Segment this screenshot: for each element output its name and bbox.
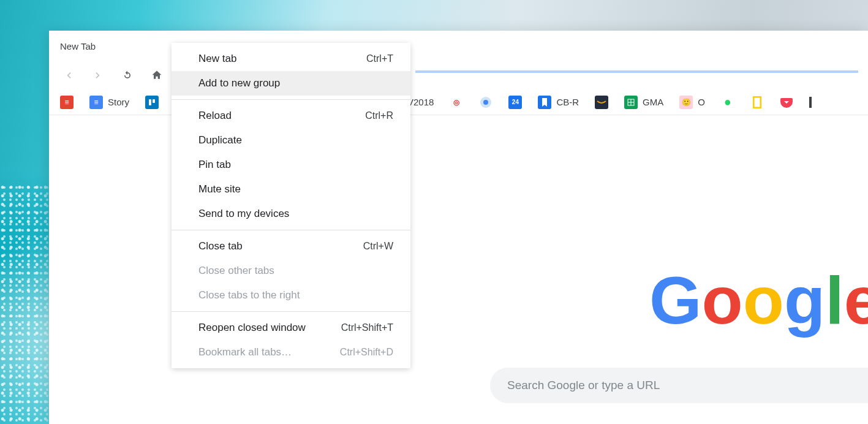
bookmark-o[interactable]: 🙂 O — [679, 96, 705, 109]
bookmark-label: V2018 — [407, 97, 434, 107]
bookmark-label: CB-R — [556, 97, 579, 107]
sheets-icon — [624, 96, 638, 109]
menu-shortcut: Ctrl+W — [363, 241, 393, 252]
whatsapp-icon: ● — [721, 96, 734, 109]
bookmark-story[interactable]: ≡ Story — [89, 96, 129, 109]
natgeo-icon — [750, 96, 764, 109]
arrow-left-icon — [62, 69, 75, 81]
bookmark-chrome[interactable] — [479, 96, 492, 109]
bookmark-v2018[interactable]: V2018 — [407, 97, 434, 107]
menu-label: Close other tabs — [198, 265, 274, 277]
menu-label: Add to new group — [198, 77, 280, 89]
menu-bookmark-all-tabs: Bookmark all tabs… Ctrl+Shift+D — [172, 340, 410, 365]
bookmark-calendar[interactable]: 24 — [508, 96, 522, 109]
pocket-icon — [780, 96, 793, 109]
bookmark-cbr[interactable]: CB-R — [538, 96, 579, 109]
tab-context-menu: New tab Ctrl+T Add to new group Reload C… — [172, 43, 410, 368]
todoist-icon: ≡ — [60, 96, 74, 109]
menu-separator — [172, 230, 410, 230]
svg-point-3 — [483, 100, 488, 105]
menu-label: Reload — [198, 110, 232, 122]
antenna-icon: ◎ — [450, 96, 463, 109]
overflow-icon — [809, 97, 812, 108]
bookmark-label: GMA — [643, 97, 663, 107]
svg-rect-0 — [149, 99, 151, 105]
search-box[interactable]: Search Google or type a URL — [490, 368, 868, 403]
calendar-icon: 24 — [508, 96, 522, 109]
menu-shortcut: Ctrl+Shift+T — [341, 322, 393, 333]
home-icon — [151, 69, 163, 81]
tab-new[interactable]: New Tab — [49, 34, 107, 58]
arrow-right-icon — [92, 69, 104, 81]
google-logo-svg: Google — [649, 262, 868, 342]
menu-label: Reopen closed window — [198, 322, 306, 334]
menu-shortcut: Ctrl+Shift+D — [340, 347, 393, 358]
svg-rect-1 — [153, 99, 155, 103]
docs-icon: ≡ — [89, 96, 103, 109]
forward-button[interactable] — [88, 66, 108, 85]
menu-label: Mute site — [198, 183, 241, 195]
menu-send-to-devices[interactable]: Send to my devices — [172, 202, 410, 226]
trello-icon — [145, 96, 159, 109]
menu-add-to-group[interactable]: Add to new group — [172, 71, 410, 96]
bookmark-trello[interactable] — [145, 96, 159, 109]
menu-close-other-tabs: Close other tabs — [172, 259, 410, 283]
bookmark-whatsapp[interactable]: ● — [721, 96, 734, 109]
menu-new-tab[interactable]: New tab Ctrl+T — [172, 47, 410, 71]
bookmark-label: O — [698, 97, 705, 107]
bookmark-todoist[interactable]: ≡ — [60, 96, 74, 109]
menu-shortcut: Ctrl+R — [365, 110, 393, 121]
back-button[interactable] — [59, 66, 78, 85]
menu-reload[interactable]: Reload Ctrl+R — [172, 104, 410, 128]
bookmark-more[interactable] — [809, 97, 812, 108]
menu-separator — [172, 99, 410, 100]
google-logo: Google — [619, 262, 868, 342]
svg-rect-7 — [753, 97, 761, 108]
tab-title: New Tab — [60, 41, 96, 51]
menu-label: Send to my devices — [198, 208, 289, 220]
svg-text:Google: Google — [649, 262, 868, 338]
menu-label: Close tab — [198, 240, 243, 252]
o-icon: 🙂 — [679, 96, 693, 109]
menu-mute-site[interactable]: Mute site — [172, 177, 410, 202]
menu-label: Close tabs to the right — [198, 289, 300, 301]
bookmark-natgeo[interactable] — [750, 96, 764, 109]
search-placeholder: Search Google or type a URL — [507, 379, 660, 392]
menu-separator — [172, 311, 410, 312]
menu-close-tabs-right: Close tabs to the right — [172, 283, 410, 308]
menu-reopen-closed[interactable]: Reopen closed window Ctrl+Shift+T — [172, 316, 410, 340]
bookmark-icon — [538, 96, 551, 109]
menu-label: New tab — [198, 53, 236, 65]
menu-close-tab[interactable]: Close tab Ctrl+W — [172, 234, 410, 259]
menu-pin-tab[interactable]: Pin tab — [172, 153, 410, 177]
bookmark-pocket[interactable] — [780, 96, 793, 109]
reload-button[interactable] — [118, 66, 137, 85]
amazon-icon — [595, 96, 608, 109]
menu-label: Bookmark all tabs… — [198, 346, 292, 358]
bookmark-label: Story — [108, 97, 129, 107]
omnibox-highlight — [415, 70, 858, 73]
menu-label: Pin tab — [198, 159, 231, 171]
bookmark-gma[interactable]: GMA — [624, 96, 663, 109]
bookmark-amazon[interactable] — [595, 96, 608, 109]
home-button[interactable] — [147, 66, 167, 85]
menu-shortcut: Ctrl+T — [366, 53, 393, 64]
chrome-icon — [479, 96, 492, 109]
menu-label: Duplicate — [198, 134, 242, 146]
menu-duplicate[interactable]: Duplicate — [172, 128, 410, 153]
reload-icon — [121, 69, 134, 81]
bookmark-antenna[interactable]: ◎ — [450, 96, 463, 109]
